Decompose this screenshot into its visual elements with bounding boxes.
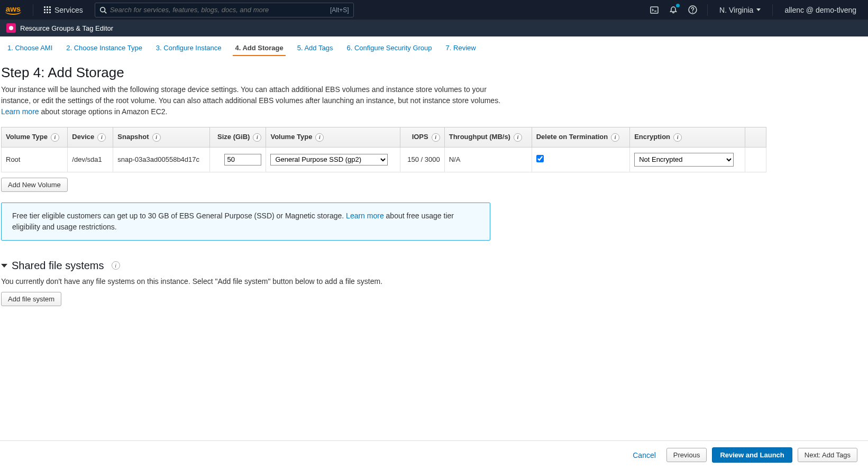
notification-dot <box>676 4 680 7</box>
chevron-down-icon <box>756 8 761 11</box>
svg-rect-2 <box>49 6 51 8</box>
svg-rect-0 <box>44 6 45 8</box>
cell-iops: 150 / 3000 <box>400 147 444 172</box>
cell-actions <box>745 147 766 172</box>
th-throughput: Throughput (MB/s)i <box>444 127 532 148</box>
cell-encryption: Not Encrypted <box>630 147 745 172</box>
region-selector[interactable]: N. Virginia <box>713 6 767 14</box>
aws-logo[interactable]: aws <box>5 5 21 15</box>
info-icon[interactable]: i <box>432 133 440 142</box>
svg-rect-8 <box>49 12 51 13</box>
free-tier-info: Free tier eligible customers can get up … <box>1 203 490 241</box>
th-delete-term: Delete on Terminationi <box>532 127 629 148</box>
info-icon[interactable]: i <box>51 133 59 142</box>
info-icon[interactable]: i <box>97 133 106 142</box>
shared-fs-title: Shared file systems <box>12 260 104 272</box>
info-icon[interactable]: i <box>253 133 261 142</box>
notifications-icon[interactable] <box>664 1 683 20</box>
cell-throughput: N/A <box>444 147 532 172</box>
cell-device: /dev/sda1 <box>68 147 113 172</box>
svg-rect-7 <box>47 12 48 13</box>
wizard-step-configure[interactable]: 3. Configure Instance <box>154 41 224 56</box>
cell-size <box>209 147 266 172</box>
divider <box>707 4 708 16</box>
svg-rect-5 <box>49 9 51 11</box>
cell-snapshot: snap-03a3ad00558b4d17c <box>113 147 209 172</box>
info-icon[interactable]: i <box>112 261 120 270</box>
svg-line-10 <box>104 11 106 13</box>
wizard-step-review[interactable]: 7. Review <box>444 41 478 56</box>
wizard-step-security[interactable]: 6. Configure Security Group <box>344 41 434 56</box>
info-icon[interactable]: i <box>673 133 682 142</box>
wizard-step-ami[interactable]: 1. Choose AMI <box>5 41 54 56</box>
th-size: Size (GiB)i <box>209 127 266 148</box>
svg-point-13 <box>9 26 13 30</box>
region-label: N. Virginia <box>719 6 753 14</box>
th-actions <box>745 127 766 148</box>
wizard-steps: 1. Choose AMI 2. Choose Instance Type 3.… <box>0 36 868 56</box>
info-icon[interactable]: i <box>514 133 522 142</box>
page-description: Your instance will be launched with the … <box>1 84 509 117</box>
learn-more-link[interactable]: Learn more <box>1 107 39 116</box>
search-icon <box>99 6 107 14</box>
svg-rect-6 <box>44 12 45 13</box>
delete-on-termination-checkbox[interactable] <box>536 155 544 162</box>
info-icon[interactable]: i <box>315 133 324 142</box>
resource-groups-label[interactable]: Resource Groups & Tag Editor <box>20 24 113 32</box>
top-nav: aws Services [Alt+S] N. Virginia allenc … <box>0 0 868 20</box>
resource-groups-icon[interactable] <box>6 23 16 33</box>
info-icon[interactable]: i <box>152 133 161 142</box>
account-menu[interactable]: allenc @ demo-tlveng <box>778 6 863 14</box>
help-icon[interactable] <box>683 1 702 20</box>
wizard-step-tags[interactable]: 5. Add Tags <box>295 41 335 56</box>
divider <box>33 4 33 16</box>
services-menu[interactable]: Services <box>39 6 88 14</box>
wizard-step-storage[interactable]: 4. Add Storage <box>233 41 285 56</box>
th-snapshot: Snapshoti <box>113 127 209 148</box>
svg-point-9 <box>100 7 105 12</box>
info-icon[interactable]: i <box>611 133 619 142</box>
table-row: Root /dev/sda1 snap-03a3ad00558b4d17c Ge… <box>2 147 766 172</box>
services-label: Services <box>54 6 83 14</box>
divider <box>772 4 773 16</box>
svg-rect-11 <box>651 7 658 13</box>
svg-rect-1 <box>47 6 48 8</box>
encryption-select[interactable]: Not Encrypted <box>634 153 734 167</box>
th-encryption: Encryptioni <box>630 127 745 148</box>
shared-fs-text: You currently don't have any file system… <box>1 277 868 286</box>
cell-volume-type2: General Purpose SSD (gp2) <box>266 147 400 172</box>
grid-icon <box>44 6 51 14</box>
cloudshell-icon[interactable] <box>645 1 664 20</box>
svg-rect-3 <box>44 9 45 11</box>
add-file-system-button[interactable]: Add file system <box>1 292 61 306</box>
volume-type-select[interactable]: General Purpose SSD (gp2) <box>270 154 388 165</box>
secondary-nav: Resource Groups & Tag Editor <box>0 20 868 36</box>
account-label: allenc @ demo-tlveng <box>784 6 856 14</box>
global-search[interactable]: [Alt+S] <box>95 3 354 17</box>
size-input[interactable] <box>224 154 261 165</box>
search-shortcut: [Alt+S] <box>330 6 349 14</box>
th-volume-type: Volume Typei <box>2 127 68 148</box>
search-input[interactable] <box>110 6 330 14</box>
page-title: Step 4: Add Storage <box>1 65 868 81</box>
learn-more-link[interactable]: Learn more <box>346 211 384 220</box>
storage-table: Volume Typei Devicei Snapshoti Size (GiB… <box>1 127 766 172</box>
shared-file-systems-header[interactable]: Shared file systems i <box>1 260 868 272</box>
wizard-step-instance-type[interactable]: 2. Choose Instance Type <box>64 41 144 56</box>
th-iops: IOPSi <box>400 127 444 148</box>
chevron-down-icon <box>1 264 7 268</box>
th-volume-type2: Volume Typei <box>266 127 400 148</box>
cell-delete-term <box>532 147 629 172</box>
th-device: Devicei <box>68 127 113 148</box>
add-volume-button[interactable]: Add New Volume <box>1 178 68 192</box>
svg-rect-4 <box>47 9 48 11</box>
cell-volume-type: Root <box>2 147 68 172</box>
